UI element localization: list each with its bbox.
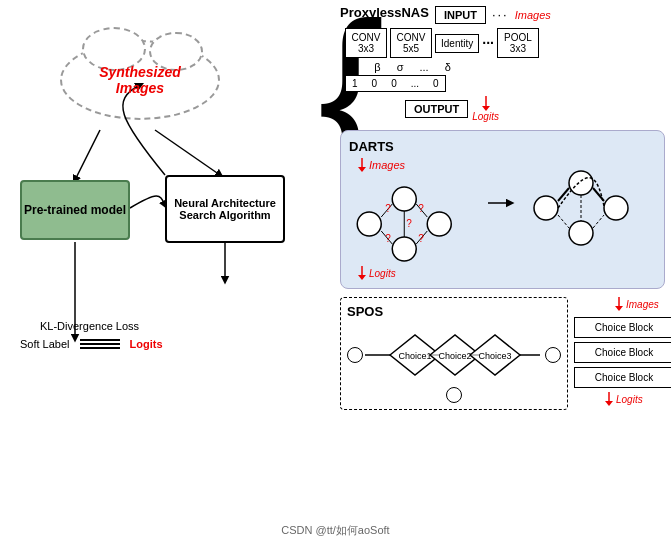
svg-line-1 [155, 130, 220, 175]
darts-graph-right [526, 158, 656, 258]
choice-blocks-column: Images Choice Block Choice Block Choice … [574, 297, 671, 414]
images-label-proxyless: Images [515, 9, 551, 21]
proxyless-section: ProxylessNAS INPUT ··· Images CONV3x3 CO… [340, 5, 665, 122]
spos-circle-in [347, 347, 363, 363]
svg-text:?: ? [406, 218, 412, 229]
images-label-spos: Images [626, 299, 659, 310]
op-identity: Identity [435, 34, 479, 53]
logits-label-spos: Logits [616, 394, 643, 405]
darts-section: DARTS Images [340, 130, 665, 289]
spos-choices-svg: Choice1 Choice2 Choice3 [365, 325, 545, 385]
svg-marker-7 [358, 167, 366, 172]
kl-divergence-label: KL-Divergence Loss [40, 320, 139, 332]
val-dots: ... [411, 78, 419, 89]
svg-marker-23 [358, 275, 366, 280]
images-label-darts: Images [369, 159, 405, 171]
equals-lines [80, 339, 120, 349]
output-box: OUTPUT [405, 100, 468, 118]
watermark: CSDN @tt/如何aoSoft [281, 523, 389, 538]
svg-text:Choice3: Choice3 [478, 351, 511, 361]
weight-dots: ... [419, 61, 428, 73]
svg-text:?: ? [418, 233, 424, 244]
spos-section: SPOS Choice1 Choice2 Choice3 [340, 297, 568, 410]
nas-box: Neural Architecture Search Algorithm [165, 175, 285, 243]
down-arrow-images-darts [357, 158, 367, 172]
svg-point-26 [569, 171, 593, 195]
left-panel: SynthesizedImages Pre-trained model Neur… [10, 20, 290, 520]
ops-row: CONV3x3 CONV5x5 Identity ··· POOL3x3 [345, 28, 665, 58]
right-panel: ProxylessNAS INPUT ··· Images CONV3x3 CO… [340, 5, 665, 540]
val-0a: 0 [372, 78, 378, 89]
spos-circle-bottom [446, 387, 462, 403]
down-arrow-logits-spos [604, 392, 614, 406]
darts-graph-left: ? ? ? ? ? [349, 174, 480, 274]
op-pool3x3: POOL3x3 [497, 28, 539, 58]
darts-title: DARTS [349, 139, 656, 154]
pretrained-label: Pre-trained model [24, 203, 126, 217]
svg-point-9 [392, 187, 416, 211]
spos-circle-out [545, 347, 561, 363]
weight-alpha: α [352, 61, 358, 73]
svg-text:?: ? [385, 203, 391, 214]
choice-block-3: Choice Block [574, 367, 671, 388]
op-conv3x3: CONV3x3 [345, 28, 387, 58]
svg-line-30 [558, 215, 569, 228]
down-arrow-logits [481, 96, 491, 111]
proxyless-title: ProxylessNAS [340, 5, 429, 20]
svg-text:?: ? [385, 233, 391, 244]
svg-marker-47 [605, 401, 613, 406]
op-dots: ··· [482, 35, 494, 51]
svg-text:Choice1: Choice1 [398, 351, 431, 361]
svg-point-28 [604, 196, 628, 220]
synth-images-label: SynthesizedImages [99, 64, 181, 96]
svg-line-32 [593, 215, 604, 228]
svg-point-25 [534, 196, 558, 220]
svg-point-11 [427, 212, 451, 236]
logits-text-left: Logits [130, 338, 163, 350]
pretrained-model-box: Pre-trained model [20, 180, 130, 240]
svg-marker-45 [615, 306, 623, 311]
logits-label-darts: Logits [369, 268, 396, 279]
values-row: 1 0 0 ... 0 [345, 75, 446, 92]
svg-text:?: ? [418, 203, 424, 214]
down-arrow-logits-darts [357, 266, 367, 280]
output-row: OUTPUT Logits [405, 96, 665, 122]
svg-point-10 [392, 237, 416, 261]
synth-cloud: SynthesizedImages [60, 40, 220, 120]
down-arrow-images-spos [614, 297, 624, 311]
input-box: INPUT [435, 6, 486, 24]
svg-point-27 [569, 221, 593, 245]
weight-sigma: σ [397, 61, 404, 73]
choice-block-2: Choice Block [574, 342, 671, 363]
spos-row: SPOS Choice1 Choice2 Choice3 [340, 297, 665, 414]
spos-title: SPOS [347, 304, 561, 319]
weight-beta: β [374, 61, 380, 73]
svg-text:Choice2: Choice2 [438, 351, 471, 361]
soft-label-row: Soft Label Logits [20, 338, 163, 350]
val-0b: 0 [391, 78, 397, 89]
val-0c: 0 [433, 78, 439, 89]
val-1: 1 [352, 78, 358, 89]
weight-delta: δ [445, 61, 451, 73]
op-conv5x5: CONV5x5 [390, 28, 432, 58]
weights-row: α β σ ... δ [352, 61, 665, 73]
darts-arrow [488, 193, 518, 213]
nas-label: Neural Architecture Search Algorithm [167, 197, 283, 221]
svg-point-8 [357, 212, 381, 236]
choice-block-1: Choice Block [574, 317, 671, 338]
logits-label-proxyless: Logits [472, 111, 499, 122]
svg-line-0 [75, 130, 100, 180]
soft-label-text: Soft Label [20, 338, 70, 350]
